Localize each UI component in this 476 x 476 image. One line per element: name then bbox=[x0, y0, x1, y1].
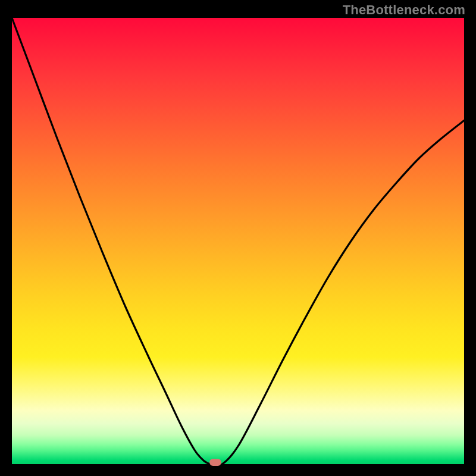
optimum-marker bbox=[209, 459, 221, 466]
plot-area bbox=[12, 18, 464, 464]
watermark-text: TheBottleneck.com bbox=[343, 2, 465, 18]
bottleneck-curve bbox=[12, 18, 464, 464]
chart-frame: TheBottleneck.com bbox=[0, 0, 476, 476]
